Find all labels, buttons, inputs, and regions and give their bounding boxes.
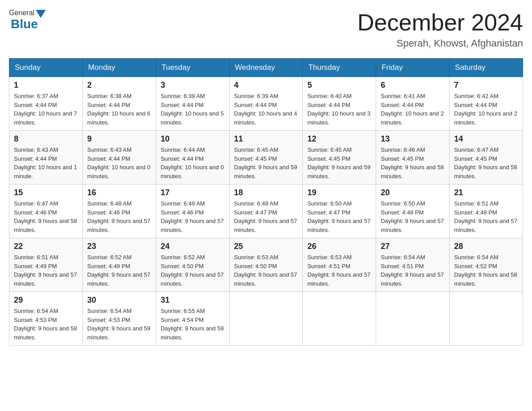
calendar-cell: 26 Sunrise: 6:53 AM Sunset: 4:51 PM Dayl…	[303, 238, 376, 292]
logo-blue-text: Blue	[11, 17, 38, 31]
day-number: 26	[307, 242, 371, 251]
day-info: Sunrise: 6:49 AM Sunset: 4:47 PM Dayligh…	[234, 199, 298, 234]
day-info: Sunrise: 6:54 AM Sunset: 4:53 PM Dayligh…	[87, 307, 151, 342]
day-number: 12	[307, 134, 371, 144]
calendar-week-row: 29 Sunrise: 6:54 AM Sunset: 4:53 PM Dayl…	[9, 292, 523, 346]
day-number: 2	[87, 81, 151, 90]
day-info: Sunrise: 6:51 AM Sunset: 4:48 PM Dayligh…	[454, 199, 518, 234]
day-number: 16	[87, 188, 151, 197]
day-info: Sunrise: 6:44 AM Sunset: 4:44 PM Dayligh…	[161, 146, 225, 180]
weekday-header-tuesday: Tuesday	[156, 59, 229, 77]
calendar-cell: 19 Sunrise: 6:50 AM Sunset: 4:47 PM Dayl…	[303, 184, 376, 238]
calendar-cell	[376, 292, 450, 346]
day-number: 22	[14, 242, 78, 251]
day-number: 23	[87, 242, 151, 251]
day-info: Sunrise: 6:42 AM Sunset: 4:44 PM Dayligh…	[454, 92, 518, 127]
day-number: 21	[454, 188, 518, 197]
weekday-header-saturday: Saturday	[450, 59, 523, 77]
calendar-cell: 18 Sunrise: 6:49 AM Sunset: 4:47 PM Dayl…	[229, 184, 303, 238]
day-info: Sunrise: 6:43 AM Sunset: 4:44 PM Dayligh…	[14, 146, 78, 180]
calendar-cell: 10 Sunrise: 6:44 AM Sunset: 4:44 PM Dayl…	[156, 131, 229, 184]
calendar-cell: 29 Sunrise: 6:54 AM Sunset: 4:53 PM Dayl…	[9, 292, 83, 346]
day-number: 20	[381, 188, 445, 197]
calendar-cell: 23 Sunrise: 6:52 AM Sunset: 4:49 PM Dayl…	[82, 238, 156, 292]
logo: General Blue	[9, 9, 47, 31]
calendar-cell	[303, 292, 376, 346]
day-number: 17	[161, 188, 225, 197]
calendar-cell: 28 Sunrise: 6:54 AM Sunset: 4:52 PM Dayl…	[450, 238, 523, 292]
calendar-week-row: 15 Sunrise: 6:47 AM Sunset: 4:46 PM Dayl…	[9, 184, 523, 238]
calendar-cell: 30 Sunrise: 6:54 AM Sunset: 4:53 PM Dayl…	[82, 292, 156, 346]
day-info: Sunrise: 6:38 AM Sunset: 4:44 PM Dayligh…	[87, 92, 151, 127]
location-subtitle: Sperah, Khowst, Afghanistan	[357, 38, 523, 49]
calendar-cell: 7 Sunrise: 6:42 AM Sunset: 4:44 PM Dayli…	[450, 77, 523, 131]
day-number: 28	[454, 242, 518, 251]
calendar-cell: 13 Sunrise: 6:46 AM Sunset: 4:45 PM Dayl…	[376, 131, 450, 184]
day-number: 13	[381, 134, 445, 144]
day-info: Sunrise: 6:39 AM Sunset: 4:44 PM Dayligh…	[234, 92, 298, 127]
calendar-cell: 31 Sunrise: 6:55 AM Sunset: 4:54 PM Dayl…	[156, 292, 229, 346]
day-info: Sunrise: 6:55 AM Sunset: 4:54 PM Dayligh…	[161, 307, 225, 342]
day-info: Sunrise: 6:54 AM Sunset: 4:51 PM Dayligh…	[381, 253, 445, 288]
day-info: Sunrise: 6:53 AM Sunset: 4:51 PM Dayligh…	[307, 253, 371, 288]
day-info: Sunrise: 6:52 AM Sunset: 4:49 PM Dayligh…	[87, 253, 151, 288]
weekday-header-wednesday: Wednesday	[229, 59, 303, 77]
calendar-week-row: 8 Sunrise: 6:43 AM Sunset: 4:44 PM Dayli…	[9, 131, 523, 184]
calendar-cell: 11 Sunrise: 6:45 AM Sunset: 4:45 PM Dayl…	[229, 131, 303, 184]
day-number: 25	[234, 242, 298, 251]
weekday-header-row: SundayMondayTuesdayWednesdayThursdayFrid…	[9, 59, 523, 77]
day-number: 14	[454, 134, 518, 144]
calendar-cell: 17 Sunrise: 6:49 AM Sunset: 4:46 PM Dayl…	[156, 184, 229, 238]
title-section: December 2024 Sperah, Khowst, Afghanista…	[357, 9, 523, 49]
calendar-week-row: 1 Sunrise: 6:37 AM Sunset: 4:44 PM Dayli…	[9, 77, 523, 131]
day-info: Sunrise: 6:54 AM Sunset: 4:52 PM Dayligh…	[454, 253, 518, 288]
calendar-cell: 12 Sunrise: 6:45 AM Sunset: 4:45 PM Dayl…	[303, 131, 376, 184]
day-number: 10	[161, 134, 225, 144]
day-number: 11	[234, 134, 298, 144]
day-info: Sunrise: 6:40 AM Sunset: 4:44 PM Dayligh…	[307, 92, 371, 127]
calendar-cell: 8 Sunrise: 6:43 AM Sunset: 4:44 PM Dayli…	[9, 131, 83, 184]
calendar-cell: 16 Sunrise: 6:48 AM Sunset: 4:46 PM Dayl…	[82, 184, 156, 238]
day-number: 3	[161, 81, 225, 90]
calendar-cell: 21 Sunrise: 6:51 AM Sunset: 4:48 PM Dayl…	[450, 184, 523, 238]
day-number: 8	[14, 134, 78, 144]
day-info: Sunrise: 6:49 AM Sunset: 4:46 PM Dayligh…	[161, 199, 225, 234]
day-number: 18	[234, 188, 298, 197]
day-info: Sunrise: 6:51 AM Sunset: 4:49 PM Dayligh…	[14, 253, 78, 288]
day-info: Sunrise: 6:52 AM Sunset: 4:50 PM Dayligh…	[161, 253, 225, 288]
calendar-cell: 2 Sunrise: 6:38 AM Sunset: 4:44 PM Dayli…	[82, 77, 156, 131]
day-info: Sunrise: 6:39 AM Sunset: 4:44 PM Dayligh…	[161, 92, 225, 127]
day-info: Sunrise: 6:41 AM Sunset: 4:44 PM Dayligh…	[381, 92, 445, 127]
day-info: Sunrise: 6:45 AM Sunset: 4:45 PM Dayligh…	[234, 146, 298, 180]
calendar-cell: 20 Sunrise: 6:50 AM Sunset: 4:48 PM Dayl…	[376, 184, 450, 238]
day-number: 6	[381, 81, 445, 90]
calendar-cell: 25 Sunrise: 6:53 AM Sunset: 4:50 PM Dayl…	[229, 238, 303, 292]
day-number: 5	[307, 81, 371, 90]
day-number: 29	[14, 295, 78, 305]
day-info: Sunrise: 6:54 AM Sunset: 4:53 PM Dayligh…	[14, 307, 78, 342]
logo-arrow-icon	[36, 10, 46, 18]
day-number: 24	[161, 242, 225, 251]
day-info: Sunrise: 6:47 AM Sunset: 4:45 PM Dayligh…	[454, 146, 518, 180]
weekday-header-friday: Friday	[376, 59, 450, 77]
day-info: Sunrise: 6:53 AM Sunset: 4:50 PM Dayligh…	[234, 253, 298, 288]
day-number: 1	[14, 81, 78, 90]
day-number: 19	[307, 188, 371, 197]
weekday-header-thursday: Thursday	[303, 59, 376, 77]
calendar-week-row: 22 Sunrise: 6:51 AM Sunset: 4:49 PM Dayl…	[9, 238, 523, 292]
calendar-cell: 1 Sunrise: 6:37 AM Sunset: 4:44 PM Dayli…	[9, 77, 83, 131]
calendar-cell	[450, 292, 523, 346]
calendar-cell: 27 Sunrise: 6:54 AM Sunset: 4:51 PM Dayl…	[376, 238, 450, 292]
weekday-header-monday: Monday	[82, 59, 156, 77]
calendar-table: SundayMondayTuesdayWednesdayThursdayFrid…	[9, 58, 523, 346]
month-title: December 2024	[357, 9, 523, 36]
day-info: Sunrise: 6:43 AM Sunset: 4:44 PM Dayligh…	[87, 146, 151, 180]
day-info: Sunrise: 6:48 AM Sunset: 4:46 PM Dayligh…	[87, 199, 151, 234]
day-number: 30	[87, 295, 151, 305]
logo-general-text: General	[9, 9, 34, 17]
calendar-cell: 3 Sunrise: 6:39 AM Sunset: 4:44 PM Dayli…	[156, 77, 229, 131]
calendar-cell: 9 Sunrise: 6:43 AM Sunset: 4:44 PM Dayli…	[82, 131, 156, 184]
day-info: Sunrise: 6:50 AM Sunset: 4:47 PM Dayligh…	[307, 199, 371, 234]
calendar-cell: 15 Sunrise: 6:47 AM Sunset: 4:46 PM Dayl…	[9, 184, 83, 238]
weekday-header-sunday: Sunday	[9, 59, 83, 77]
